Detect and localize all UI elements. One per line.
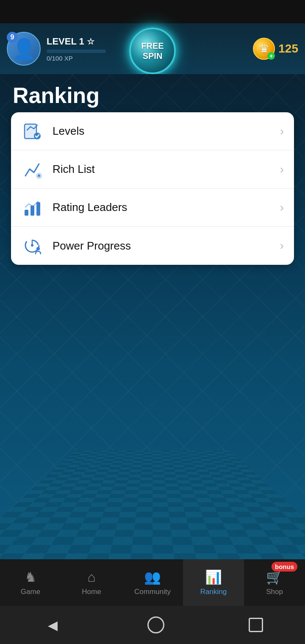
free-spin-button[interactable]: FREESPIN	[129, 28, 176, 74]
chess-floor-decoration	[0, 451, 305, 559]
android-home-button[interactable]	[147, 616, 164, 633]
nav-item-shop[interactable]: bonus 🛒 Shop	[244, 559, 305, 606]
menu-item-rich-list[interactable]: Rich List ›	[11, 150, 294, 189]
avatar[interactable]: 👤 9	[7, 32, 41, 66]
nav-item-community[interactable]: 👥 Community	[122, 559, 183, 606]
svg-rect-4	[25, 210, 28, 216]
svg-rect-6	[36, 202, 40, 216]
android-recent-button[interactable]	[249, 618, 263, 632]
coin-count: 125	[278, 42, 298, 56]
nav-item-home[interactable]: ⌂ Home	[61, 559, 122, 606]
plus-badge: +	[267, 52, 275, 60]
chess-icon: ♞	[25, 569, 37, 585]
power-progress-label: Power Progress	[53, 239, 280, 253]
bonus-badge: bonus	[272, 562, 297, 572]
rich-list-chevron: ›	[280, 163, 284, 176]
coins-wrap[interactable]: ♛ + 125	[253, 38, 298, 60]
header: 👤 9 LEVEL 1 ☆ 0/100 XP FREESPIN ♛ + 125	[0, 23, 305, 74]
rating-leaders-icon	[21, 196, 44, 219]
menu-item-power-progress[interactable]: Power Progress ›	[11, 227, 294, 265]
levels-icon	[21, 120, 44, 143]
rich-list-icon	[21, 158, 44, 181]
coin-icon: ♛ +	[253, 38, 275, 60]
main-background: Ranking Levels ›	[0, 74, 305, 559]
status-bar	[0, 0, 305, 23]
rich-list-label: Rich List	[53, 163, 280, 176]
power-progress-icon	[21, 234, 44, 257]
xp-label: 0/100 XP	[47, 55, 106, 62]
menu-item-rating-leaders[interactable]: Rating Leaders ›	[11, 189, 294, 227]
nav-label-shop: Shop	[266, 588, 283, 596]
svg-point-9	[31, 244, 33, 247]
svg-point-10	[36, 247, 40, 250]
level-title: LEVEL 1 ☆	[47, 36, 106, 47]
rating-leaders-chevron: ›	[280, 201, 284, 214]
ranking-menu-card: Levels › Rich List ›	[11, 112, 294, 265]
home-icon: ⌂	[87, 569, 95, 585]
svg-rect-5	[30, 205, 34, 216]
nav-item-game[interactable]: ♞ Game	[0, 559, 61, 606]
rating-leaders-label: Rating Leaders	[53, 201, 280, 214]
crown-icon: ♛	[259, 42, 269, 56]
page-title-wrap: Ranking	[0, 74, 305, 108]
android-back-button[interactable]: ◀	[42, 614, 63, 636]
free-spin-label: FREESPIN	[141, 41, 164, 61]
nav-label-home: Home	[82, 588, 101, 596]
star-icon: ☆	[87, 36, 94, 47]
nav-label-ranking: Ranking	[200, 588, 227, 596]
nav-label-game: Game	[21, 588, 40, 596]
free-spin-wrap: FREESPIN	[129, 28, 176, 74]
menu-item-levels[interactable]: Levels ›	[11, 112, 294, 150]
power-progress-chevron: ›	[280, 239, 284, 253]
avatar-badge: 9	[7, 32, 18, 43]
android-navigation: ◀	[0, 606, 305, 644]
level-info: LEVEL 1 ☆ 0/100 XP	[47, 36, 106, 62]
nav-label-community: Community	[134, 588, 171, 596]
bottom-navigation: ♞ Game ⌂ Home 👥 Community 📊 Ranking bonu…	[0, 559, 305, 606]
page-title: Ranking	[13, 83, 292, 108]
levels-chevron: ›	[280, 125, 284, 138]
community-icon: 👥	[144, 569, 161, 585]
nav-item-ranking[interactable]: 📊 Ranking	[183, 559, 244, 606]
levels-label: Levels	[53, 125, 280, 138]
ranking-icon: 📊	[205, 569, 222, 585]
xp-bar	[47, 50, 106, 53]
